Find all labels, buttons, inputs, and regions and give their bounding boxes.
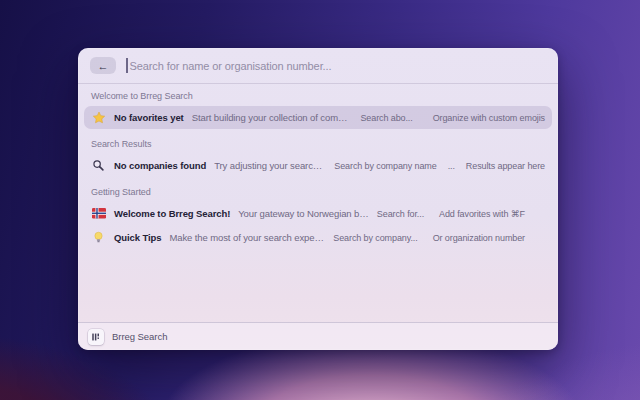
- list-item-title: Welcome to Brreg Search!: [114, 208, 230, 219]
- search-input[interactable]: ← Search for name or organisation number…: [78, 48, 558, 84]
- accessory-text: Results appear here: [466, 161, 545, 171]
- list-item-title: Quick Tips: [114, 232, 161, 243]
- list-item-welcome[interactable]: Welcome to Brreg Search! Your gateway to…: [84, 202, 552, 225]
- list-item-subtitle: Try adjusting your search terms: [214, 160, 326, 171]
- search-placeholder: Search for name or organisation number..…: [130, 60, 332, 72]
- list-item-no-companies[interactable]: No companies found Try adjusting your se…: [84, 154, 552, 177]
- accessory-text: Organize with custom emojis: [433, 113, 545, 123]
- accessory-text: Search by company...: [333, 233, 417, 243]
- list-item-accessories: Search by company... Or organization num…: [333, 233, 525, 243]
- list-item-accessories: Search for... Add favorites with ⌘F: [377, 209, 525, 219]
- accessory-text: Search for...: [377, 209, 424, 219]
- accessory-text: Search by company name: [334, 161, 436, 171]
- norway-flag-icon: [91, 208, 106, 219]
- list-item-no-favorites[interactable]: No favorites yet Start building your col…: [84, 106, 552, 129]
- back-arrow-icon: ←: [98, 60, 109, 72]
- lightbulb-icon: [91, 231, 106, 244]
- list-item-title: No companies found: [114, 160, 206, 171]
- section-header: Getting Started: [84, 180, 552, 202]
- list-item-accessories: Search by company name ... Results appea…: [334, 161, 545, 171]
- text-caret: [126, 58, 128, 73]
- section-getting-started: Getting Started Welcome to Brreg Search!…: [84, 180, 552, 249]
- launcher-window: ← Search for name or organisation number…: [78, 48, 558, 350]
- list-item-accessories: Search abo... Organize with custom emoji…: [360, 113, 545, 123]
- list-item-subtitle: Make the most of your search experience: [169, 232, 325, 243]
- status-bar: Brreg Search: [78, 322, 558, 350]
- results-list: Welcome to Brreg Search No favorites yet…: [78, 84, 558, 322]
- section-header: Search Results: [84, 132, 552, 154]
- brreg-logo-icon: [88, 329, 104, 345]
- accessory-text: Or organization number: [433, 233, 525, 243]
- app-name: Brreg Search: [112, 331, 167, 342]
- accessory-text: ...: [448, 161, 455, 171]
- accessory-text: Add favorites with ⌘F: [439, 209, 525, 219]
- section-search-results: Search Results No companies found Try ad…: [84, 132, 552, 177]
- star-icon: [91, 111, 106, 125]
- list-item-subtitle: Your gateway to Norwegian busines...: [238, 208, 369, 219]
- list-item-subtitle: Start building your collection of compan…: [192, 112, 353, 123]
- list-item-title: No favorites yet: [114, 112, 184, 123]
- section-header: Welcome to Brreg Search: [84, 84, 552, 106]
- back-button[interactable]: ←: [90, 57, 116, 74]
- section-welcome: Welcome to Brreg Search No favorites yet…: [84, 84, 552, 129]
- magnifier-icon: [91, 159, 106, 172]
- list-item-quick-tips[interactable]: Quick Tips Make the most of your search …: [84, 226, 552, 249]
- accessory-text: Search abo...: [360, 113, 412, 123]
